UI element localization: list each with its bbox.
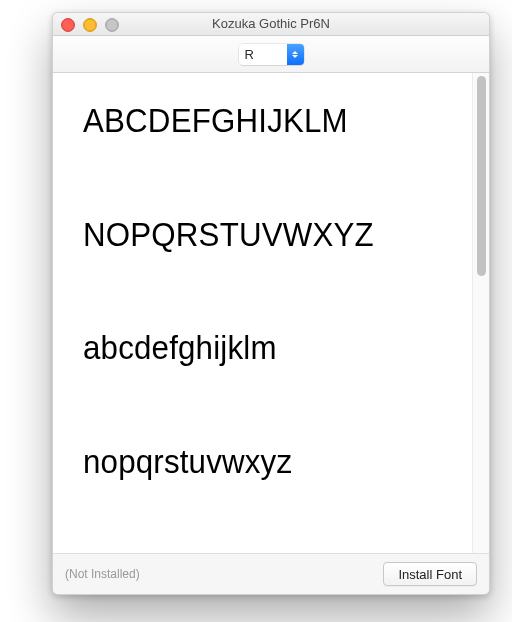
zoom-icon bbox=[105, 18, 119, 32]
toolbar: R bbox=[53, 36, 489, 73]
sample-line: abcdefghijklm bbox=[83, 330, 423, 366]
font-style-select[interactable]: R bbox=[239, 44, 304, 65]
install-status: (Not Installed) bbox=[65, 567, 140, 581]
sample-line: NOPQRSTUVWXYZ bbox=[83, 217, 423, 253]
font-style-value: R bbox=[239, 44, 287, 65]
font-book-preview-window: Kozuka Gothic Pr6N R ABCDEFGHIJKLM NOPQR… bbox=[52, 12, 490, 595]
scrollbar-thumb[interactable] bbox=[477, 76, 486, 276]
preview-scroll[interactable]: ABCDEFGHIJKLM NOPQRSTUVWXYZ abcdefghijkl… bbox=[53, 73, 473, 553]
footer: (Not Installed) Install Font bbox=[53, 553, 489, 594]
chevron-up-down-icon[interactable] bbox=[287, 44, 304, 65]
close-icon[interactable] bbox=[61, 18, 75, 32]
install-font-button[interactable]: Install Font bbox=[383, 562, 477, 586]
minimize-icon[interactable] bbox=[83, 18, 97, 32]
titlebar[interactable]: Kozuka Gothic Pr6N bbox=[53, 13, 489, 36]
sample-line: nopqrstuvwxyz bbox=[83, 444, 423, 480]
window-controls bbox=[61, 18, 119, 32]
sample-line: ABCDEFGHIJKLM bbox=[83, 103, 423, 139]
preview-area: ABCDEFGHIJKLM NOPQRSTUVWXYZ abcdefghijkl… bbox=[53, 73, 489, 553]
scrollbar-track[interactable] bbox=[472, 73, 489, 553]
